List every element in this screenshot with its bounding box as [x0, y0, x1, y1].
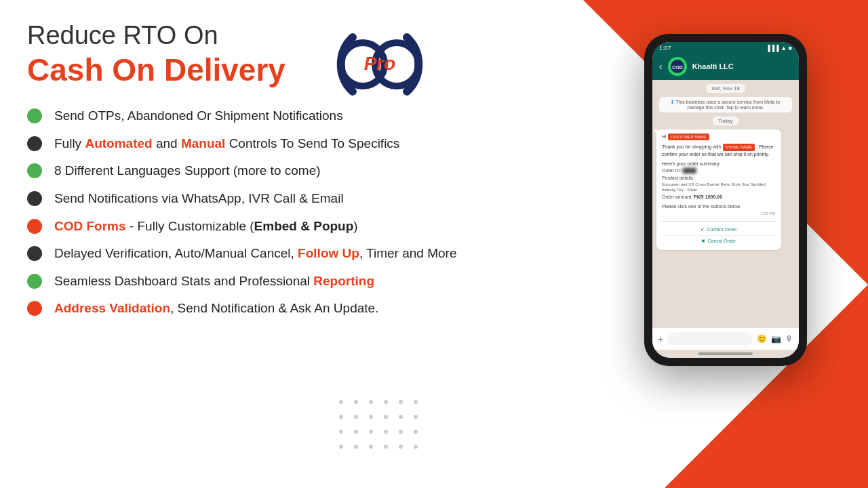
dot [414, 445, 418, 449]
info-icon: ℹ [671, 100, 673, 104]
feature-text: 8 Different Languages Support (more to c… [54, 162, 321, 180]
thank-you-text: Thank you for shopping with [662, 144, 723, 149]
avatar: COD [668, 57, 687, 76]
buttons-intro: Please click one of the buttons below [662, 203, 776, 210]
chat-header: ‹ COD Khaalti LLC [652, 53, 799, 80]
amount-label: Order amount: [662, 195, 692, 199]
order-id-label: Order ID: [662, 168, 682, 173]
highlight-address: Address Validation [54, 301, 170, 315]
list-item: Seamless Dashboard Stats and Professiona… [27, 272, 583, 291]
feature-text: Seamless Dashboard Stats and Professiona… [54, 272, 374, 291]
highlight-embed: Embed & Popup [254, 219, 354, 233]
confirm-icon: ✔ [701, 226, 705, 233]
confirm-order-button[interactable]: ✔ Confirm Order [662, 224, 776, 236]
phone-screen: 1:07 ▐▐▐ ▲ ■ ‹ COD Khaalti LLC [652, 42, 799, 358]
dot [339, 415, 343, 419]
contact-name: Khaalti LLC [692, 62, 734, 70]
date-label: Sat, Nov 18 [706, 84, 745, 93]
list-item: 8 Different Languages Support (more to c… [27, 162, 583, 180]
dot [384, 430, 388, 434]
confirm-label: Confirm Order [707, 226, 736, 233]
back-arrow-icon[interactable]: ‹ [659, 61, 663, 72]
customer-tag: CUSTOMER NAME [668, 134, 709, 140]
headline-line1: Reduce RTO On [27, 20, 583, 52]
cancel-label: Cancel Order [707, 238, 736, 245]
list-item: Send Notifications via WhatsApp, IVR Cal… [27, 190, 583, 208]
dot [339, 445, 343, 449]
phone-mockup: 1:07 ▐▐▐ ▲ ■ ‹ COD Khaalti LLC [644, 34, 807, 366]
features-list: Send OTPs, Abandoned Or Shipment Notific… [27, 107, 583, 318]
cancel-order-button[interactable]: ✖ Cancel Order [662, 236, 776, 247]
dots-decoration [339, 400, 423, 454]
bubble-body: Thank you for shopping with STORE NAME .… [662, 144, 776, 157]
phone-mockup-container: 1:07 ▐▐▐ ▲ ■ ‹ COD Khaalti LLC [644, 34, 807, 366]
dot [369, 400, 373, 404]
highlight-manual: Manual [181, 136, 225, 150]
amount-value: PKR 1099.00 [694, 195, 722, 199]
emoji-icon[interactable]: 🙂 [757, 334, 767, 344]
action-buttons: ✔ Confirm Order ✖ Cancel Order [662, 221, 776, 247]
list-item: Delayed Verification, Auto/Manual Cancel… [27, 245, 583, 263]
home-indicator [698, 352, 753, 355]
chat-bubble: Hi CUSTOMER NAME Thank you for shopping … [656, 129, 781, 250]
dot [354, 430, 358, 434]
product-label: Product details: [662, 176, 694, 180]
dot [354, 415, 358, 419]
order-id-value: ████ [683, 168, 696, 173]
signal-icons: ▐▐▐ ▲ ■ [766, 45, 792, 52]
bullet-icon [27, 136, 42, 151]
highlight-reporting: Reporting [313, 274, 374, 288]
highlight-cod-forms: COD Forms [54, 219, 126, 233]
plus-icon[interactable]: + [658, 333, 663, 344]
feature-text: Delayed Verification, Auto/Manual Cancel… [54, 245, 456, 263]
bullet-icon [27, 191, 42, 206]
product-details-line: Product details: European and US Cross B… [662, 175, 776, 193]
today-label: Today [713, 117, 738, 125]
highlight-followup: Follow Up [298, 246, 359, 260]
bubble-hi: Hi [662, 134, 668, 139]
dot [369, 415, 373, 419]
bullet-icon [27, 108, 42, 123]
svg-text:COD: COD [672, 65, 683, 70]
feature-text: Address Validation, Send Notification & … [54, 300, 378, 318]
bullet-icon [27, 274, 42, 289]
dot [399, 445, 403, 449]
main-container: Pro Reduce RTO On Cash On Delivery Send … [0, 0, 868, 488]
dot [414, 400, 418, 404]
dot [384, 400, 388, 404]
highlight-automated: Automated [85, 136, 152, 150]
dot [369, 430, 373, 434]
feature-text: Send Notifications via WhatsApp, IVR Cal… [54, 190, 344, 208]
mic-icon[interactable]: 🎙 [785, 334, 793, 344]
dot [369, 445, 373, 449]
info-message: ℹ This business uses a secure service fr… [659, 97, 792, 113]
dot [399, 400, 403, 404]
feature-text: COD Forms - Fully Customizable (Embed & … [54, 218, 358, 236]
dot [354, 445, 358, 449]
feature-text: Fully Automated and Manual Controls To S… [54, 135, 399, 153]
order-id-line: Order ID: ████ [662, 167, 776, 174]
dot [399, 430, 403, 434]
dot [354, 400, 358, 404]
left-content: Reduce RTO On Cash On Delivery Send OTPs… [27, 20, 583, 327]
camera-icon[interactable]: 📷 [771, 334, 781, 344]
order-summary-label: Here's your order summary: [662, 161, 776, 167]
message-input[interactable] [667, 332, 753, 346]
chat-contact-info: Khaalti LLC [692, 62, 734, 70]
status-bar: 1:07 ▐▐▐ ▲ ■ [652, 42, 799, 53]
product-value: European and US Cross Border Retro Style… [662, 182, 776, 193]
list-item: COD Forms - Fully Customizable (Embed & … [27, 218, 583, 236]
dot [399, 415, 403, 419]
list-item: Address Validation, Send Notification & … [27, 300, 583, 318]
store-tag: STORE NAME [723, 144, 755, 150]
bullet-icon [27, 163, 42, 178]
order-amount-line: Order amount: PKR 1099.00 [662, 194, 776, 201]
dot [414, 430, 418, 434]
headline-line2: Cash On Delivery [27, 53, 583, 87]
bubble-timestamp: 1:06 PM [662, 211, 776, 216]
dot [339, 400, 343, 404]
bubble-greeting: Hi CUSTOMER NAME [662, 134, 776, 142]
list-item: Fully Automated and Manual Controls To S… [27, 135, 583, 153]
chat-body: Sat, Nov 18 ℹ This business uses a secur… [652, 80, 799, 328]
feature-text: Send OTPs, Abandoned Or Shipment Notific… [54, 107, 343, 125]
